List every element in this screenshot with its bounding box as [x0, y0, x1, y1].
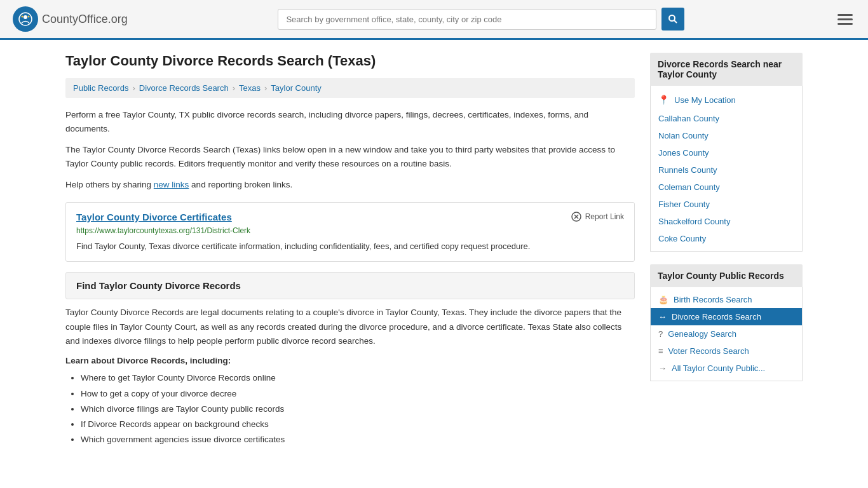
search-button[interactable] [661, 8, 684, 30]
breadcrumb-texas[interactable]: Texas [239, 83, 261, 93]
description-1: Perform a free Taylor County, TX public … [65, 108, 635, 135]
svg-point-4 [669, 15, 675, 21]
body-text: Taylor County Divorce Records are legal … [65, 306, 635, 348]
bullet-item-4: If Divorce Records appear on background … [81, 417, 635, 432]
search-area [278, 8, 684, 30]
breadcrumb-sep-3: › [264, 83, 267, 93]
location-pin-icon: 📍 [658, 95, 669, 105]
site-header: CountyOffice.org [0, 0, 868, 40]
sidebar-voter-records[interactable]: ≡ Voter Records Search [651, 342, 802, 360]
description-3-suffix: and reporting broken links. [189, 180, 292, 189]
report-link-button[interactable]: Report Link [571, 212, 624, 222]
menu-bar-3 [837, 23, 853, 25]
sidebar-coleman-county[interactable]: Coleman County [651, 179, 802, 196]
search-input[interactable] [278, 9, 656, 30]
logo-area: CountyOffice.org [13, 6, 128, 32]
record-link-section: Taylor County Divorce Certificates Repor… [65, 202, 635, 262]
description-3-prefix: Help others by sharing [65, 180, 154, 189]
sidebar-nearby-links: 📍 Use My Location Callahan County Nolan … [650, 86, 803, 252]
all-public-icon: → [658, 363, 667, 373]
breadcrumb-taylor-county[interactable]: Taylor County [271, 83, 321, 93]
bullet-item-5: Which government agencies issue divorce … [81, 432, 635, 447]
sidebar-genealogy-search[interactable]: ? Genealogy Search [651, 325, 802, 342]
svg-point-1 [24, 15, 27, 19]
sidebar: Divorce Records Search near Taylor Count… [650, 53, 803, 448]
sidebar-all-public[interactable]: → All Taylor County Public... [651, 360, 802, 377]
sidebar-fisher-county[interactable]: Fisher County [651, 196, 802, 213]
breadcrumb: Public Records › Divorce Records Search … [65, 78, 635, 98]
genealogy-icon: ? [658, 329, 663, 339]
sidebar-nearby-title: Divorce Records Search near Taylor Count… [650, 53, 803, 86]
description-2: The Taylor County Divorce Records Search… [65, 143, 635, 170]
sidebar-coke-county[interactable]: Coke County [651, 230, 802, 247]
bullet-item-2: How to get a copy of your divorce decree [81, 386, 635, 402]
sidebar-public-records-links: 🎂 Birth Records Search ↔ Divorce Records… [650, 287, 803, 381]
sidebar-shackelford-county[interactable]: Shackelford County [651, 213, 802, 230]
menu-button[interactable] [835, 11, 855, 27]
sidebar-callahan-county[interactable]: Callahan County [651, 110, 802, 127]
sidebar-nearby-section: Divorce Records Search near Taylor Count… [650, 53, 803, 252]
svg-point-2 [22, 16, 24, 18]
use-my-location-link[interactable]: Use My Location [674, 95, 736, 105]
menu-bar-1 [837, 14, 853, 16]
record-link-desc: Find Taylor County, Texas divorce certif… [76, 240, 624, 253]
logo-text: CountyOffice.org [42, 13, 128, 26]
find-section-header: Find Taylor County Divorce Records [65, 272, 635, 299]
record-link-title[interactable]: Taylor County Divorce Certificates [76, 212, 232, 222]
sidebar-runnels-county[interactable]: Runnels County [651, 161, 802, 179]
breadcrumb-sep-2: › [233, 83, 235, 93]
report-link-icon [571, 212, 581, 222]
new-links-link[interactable]: new links [154, 180, 189, 189]
sidebar-nolan-county[interactable]: Nolan County [651, 127, 802, 144]
find-section-title: Find Taylor County Divorce Records [76, 280, 624, 291]
sidebar-public-records-title: Taylor County Public Records [650, 264, 803, 287]
svg-line-5 [674, 20, 677, 23]
logo-icon [13, 6, 38, 32]
breadcrumb-public-records[interactable]: Public Records [73, 83, 128, 93]
sidebar-divorce-records-active[interactable]: ↔ Divorce Records Search [651, 308, 802, 325]
divorce-records-icon: ↔ [658, 312, 667, 322]
content-area: Taylor County Divorce Records Search (Te… [65, 53, 635, 448]
sidebar-birth-records[interactable]: 🎂 Birth Records Search [651, 291, 802, 308]
bullet-item-1: Where to get Taylor County Divorce Recor… [81, 370, 635, 386]
breadcrumb-sep-1: › [132, 83, 135, 93]
voter-records-icon: ≡ [658, 346, 663, 356]
birth-records-icon: 🎂 [658, 295, 668, 304]
learn-title: Learn about Divorce Records, including: [65, 356, 635, 365]
description-3: Help others by sharing new links and rep… [65, 178, 635, 192]
main-container: Taylor County Divorce Records Search (Te… [53, 40, 815, 461]
svg-point-3 [28, 16, 30, 18]
record-link-header: Taylor County Divorce Certificates Repor… [76, 212, 624, 222]
bullet-item-3: Which divorce filings are Taylor County … [81, 402, 635, 417]
breadcrumb-divorce-records[interactable]: Divorce Records Search [139, 83, 229, 93]
record-link-url: https://www.taylorcountytexas.org/131/Di… [76, 226, 624, 235]
sidebar-jones-county[interactable]: Jones County [651, 144, 802, 161]
bullet-list: Where to get Taylor County Divorce Recor… [65, 370, 635, 447]
use-my-location-item[interactable]: 📍 Use My Location [651, 90, 802, 110]
page-title: Taylor County Divorce Records Search (Te… [65, 53, 635, 69]
menu-bar-2 [837, 18, 853, 20]
sidebar-public-records-section: Taylor County Public Records 🎂 Birth Rec… [650, 264, 803, 381]
